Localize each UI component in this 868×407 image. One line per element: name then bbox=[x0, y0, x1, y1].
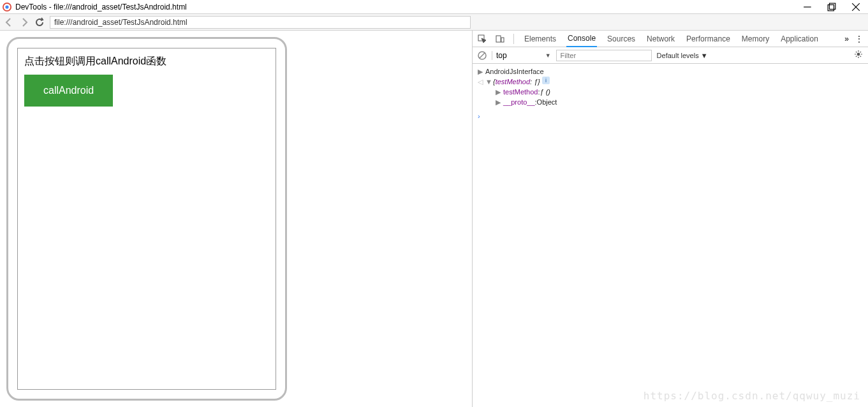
more-tabs-icon[interactable]: » bbox=[844, 34, 849, 43]
property-value: ƒ () bbox=[540, 87, 550, 97]
reload-button[interactable] bbox=[34, 17, 45, 27]
console-log-line: ◁ ▼ {testMethod: ƒ} i bbox=[478, 77, 863, 87]
tab-console[interactable]: Console bbox=[566, 31, 597, 47]
devtools-menu-icon[interactable]: ⋮ bbox=[855, 34, 863, 43]
page-content: 点击按钮则调用callAndroid函数 callAndroid bbox=[17, 48, 276, 390]
collapse-icon[interactable]: ◁ bbox=[478, 77, 483, 87]
svg-rect-9 bbox=[501, 38, 504, 42]
separator bbox=[513, 34, 514, 44]
page-heading: 点击按钮则调用callAndroid函数 bbox=[24, 55, 269, 68]
chrome-icon bbox=[3, 3, 11, 11]
clear-console-icon[interactable] bbox=[478, 51, 487, 60]
navigation-bar bbox=[0, 14, 868, 31]
tab-application[interactable]: Application bbox=[779, 31, 820, 47]
expand-icon[interactable]: ▶ bbox=[496, 87, 501, 97]
device-toggle-icon[interactable] bbox=[496, 34, 504, 43]
object-property: ▶ __proto__: Object bbox=[478, 97, 863, 107]
expand-icon[interactable]: ▶ bbox=[496, 97, 501, 107]
close-button[interactable] bbox=[851, 3, 860, 11]
tab-sources[interactable]: Sources bbox=[606, 31, 636, 47]
expand-icon[interactable]: ▶ bbox=[478, 66, 483, 77]
minimize-button[interactable] bbox=[803, 3, 812, 11]
console-toolbar: top ▼ Default levels ▼ bbox=[473, 47, 868, 64]
console-log-line: ▶ AndroidJsInterface bbox=[478, 66, 863, 77]
svg-line-11 bbox=[480, 53, 485, 58]
address-bar[interactable] bbox=[50, 16, 471, 29]
prompt-icon: › bbox=[478, 111, 480, 121]
console-settings-icon[interactable] bbox=[854, 50, 863, 61]
call-android-button[interactable]: callAndroid bbox=[24, 75, 113, 107]
property-value: Object bbox=[537, 97, 557, 107]
svg-point-12 bbox=[857, 53, 860, 56]
property-key: testMethod bbox=[503, 87, 538, 97]
svg-rect-3 bbox=[828, 4, 834, 10]
svg-point-1 bbox=[5, 5, 8, 8]
devtools-tab-overflow: » ⋮ bbox=[844, 34, 863, 43]
tab-elements[interactable]: Elements bbox=[523, 31, 557, 47]
log-levels-selector[interactable]: Default levels ▼ bbox=[657, 52, 708, 59]
execution-context-selector[interactable]: top ▼ bbox=[492, 51, 551, 60]
watermark-text: https://blog.csdn.net/qqwuy_muzi bbox=[644, 390, 860, 402]
tab-memory[interactable]: Memory bbox=[740, 31, 770, 47]
devtools-panel: Elements Console Sources Network Perform… bbox=[472, 31, 868, 407]
console-prompt[interactable]: › bbox=[478, 111, 863, 121]
property-key: __proto__ bbox=[503, 97, 535, 107]
forward-button[interactable] bbox=[19, 17, 29, 27]
tab-network[interactable]: Network bbox=[645, 31, 676, 47]
dropdown-icon: ▼ bbox=[545, 52, 551, 59]
object-property: ▶ testMethod: ƒ () bbox=[478, 87, 863, 97]
rendered-page-pane: 点击按钮则调用callAndroid函数 callAndroid bbox=[0, 31, 472, 407]
log-text: AndroidJsInterface bbox=[485, 66, 544, 77]
tab-performance[interactable]: Performance bbox=[685, 31, 732, 47]
svg-rect-4 bbox=[830, 3, 835, 9]
window-controls bbox=[803, 3, 865, 11]
svg-rect-8 bbox=[496, 36, 501, 42]
window-titlebar: DevTools - file:///android_asset/TestJsA… bbox=[0, 0, 868, 14]
main-split: 点击按钮则调用callAndroid函数 callAndroid Element… bbox=[0, 31, 868, 407]
device-frame: 点击按钮则调用callAndroid函数 callAndroid bbox=[6, 37, 287, 401]
window-title: DevTools - file:///android_asset/TestJsA… bbox=[15, 3, 803, 11]
context-label: top bbox=[496, 51, 507, 60]
console-output: ▶ AndroidJsInterface ◁ ▼ {testMethod: ƒ}… bbox=[473, 64, 868, 407]
devtools-tabs: Elements Console Sources Network Perform… bbox=[473, 31, 868, 47]
back-button[interactable] bbox=[4, 17, 14, 27]
info-badge-icon[interactable]: i bbox=[542, 77, 550, 84]
maximize-button[interactable] bbox=[827, 3, 836, 11]
inspect-icon[interactable] bbox=[478, 34, 487, 43]
console-filter-input[interactable] bbox=[556, 50, 652, 61]
object-preview[interactable]: {testMethod: ƒ} bbox=[493, 77, 540, 87]
expand-icon[interactable]: ▼ bbox=[485, 77, 490, 87]
